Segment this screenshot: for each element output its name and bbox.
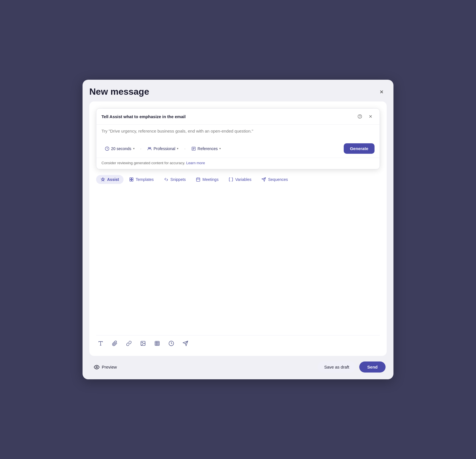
tab-meetings[interactable]: Meetings [191,175,223,184]
preview-button[interactable]: Preview [90,362,120,372]
duration-label: 20 seconds [111,146,131,151]
save-draft-button[interactable]: Save as draft [317,361,356,373]
assist-popup-title: Tell Assist what to emphasize in the ema… [101,114,186,119]
close-modal-button[interactable] [377,87,387,97]
learn-more-link[interactable]: Learn more [186,161,205,165]
assist-popup-action-buttons [356,112,375,120]
assist-popup: Tell Assist what to emphasize in the ema… [96,108,380,169]
assist-notice-text: Consider reviewing generated content for… [101,161,185,165]
divider-1: · [140,145,142,152]
sequences-icon [261,177,266,182]
modal-content: Tell Assist what to emphasize in the ema… [89,101,387,356]
assist-input-area: 20 seconds ▾ · Professional [96,125,380,158]
image-button[interactable] [139,339,148,348]
svg-point-8 [150,147,151,148]
tab-assist[interactable]: Assist [96,175,124,184]
tone-option-button[interactable]: Professional ▾ [144,145,182,153]
tab-snippets[interactable]: Snippets [159,175,190,184]
assist-close-button[interactable] [367,112,375,120]
email-editor-area[interactable] [96,189,380,331]
templates-icon [129,177,134,182]
modal-footer: Preview Save as draft Send [89,361,387,373]
svg-point-26 [142,342,143,343]
generate-button[interactable]: Generate [344,143,375,154]
svg-rect-16 [132,180,133,181]
svg-point-3 [360,117,360,118]
references-chevron-icon: ▾ [219,147,221,150]
modal-wrapper: New message Tell Assist what to emphasiz… [83,80,393,379]
send-button[interactable]: Send [359,361,386,373]
variables-icon [229,177,233,182]
tab-assist-label: Assist [107,177,119,182]
references-option-button[interactable]: References ▾ [188,145,224,153]
tab-variables[interactable]: Variables [224,175,256,184]
svg-rect-15 [130,180,131,181]
duration-option-button[interactable]: 20 seconds ▾ [101,145,138,153]
svg-rect-13 [130,178,131,179]
assist-popup-header: Tell Assist what to emphasize in the ema… [96,109,380,125]
svg-rect-17 [196,178,200,181]
tab-variables-label: Variables [235,177,251,182]
divider-2: · [183,145,186,152]
schedule-button[interactable] [167,339,176,348]
meetings-icon [196,177,200,182]
attachment-button[interactable] [110,339,119,348]
link-button[interactable] [124,339,133,348]
assist-help-button[interactable] [356,112,364,120]
assist-notice: Consider reviewing generated content for… [96,158,380,169]
assist-text-input[interactable] [101,129,375,140]
tab-snippets-label: Snippets [170,177,186,182]
tab-sequences-label: Sequences [268,177,288,182]
snippets-icon [164,177,168,182]
modal-header: New message [89,86,387,97]
tone-chevron-icon: ▾ [177,147,178,150]
modal-title: New message [89,86,149,97]
table-button[interactable] [153,339,162,348]
tab-sequences[interactable]: Sequences [257,175,292,184]
svg-rect-27 [155,341,159,346]
svg-rect-14 [132,178,133,179]
svg-point-35 [96,366,98,368]
assist-sparkle-icon [101,177,105,182]
send-arrow-button[interactable] [181,339,190,348]
tab-templates-label: Templates [136,177,154,182]
toolbar-tabs: Assist Templates [96,175,380,184]
preview-label: Preview [102,365,117,369]
duration-chevron-icon: ▾ [133,147,135,150]
references-label: References [198,146,218,151]
tab-meetings-label: Meetings [202,177,218,182]
footer-right-actions: Save as draft Send [317,361,386,373]
assist-controls: 20 seconds ▾ · Professional [101,143,375,154]
tone-label: Professional [153,146,175,151]
eye-icon [94,364,99,370]
text-format-button[interactable] [96,339,105,348]
tab-templates[interactable]: Templates [125,175,158,184]
assist-options: 20 seconds ▾ · Professional [101,145,224,153]
svg-point-7 [148,147,150,148]
bottom-toolbar [96,335,380,349]
